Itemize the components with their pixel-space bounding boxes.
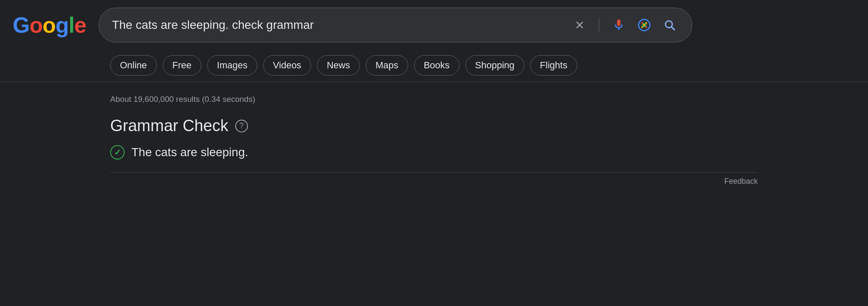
results-count: About 19,600,000 results (0.34 seconds) bbox=[110, 95, 758, 104]
feedback-link[interactable]: Feedback bbox=[724, 177, 758, 186]
logo-letter-g1: G bbox=[13, 13, 29, 37]
close-icon: ✕ bbox=[575, 18, 584, 32]
logo-letter-o2: o bbox=[42, 13, 56, 37]
help-icon[interactable]: ? bbox=[235, 120, 248, 132]
filter-chip-online[interactable]: Online bbox=[110, 55, 157, 76]
checkmark-icon: ✓ bbox=[114, 147, 121, 157]
check-circle-icon: ✓ bbox=[110, 145, 125, 160]
logo-letter-l: l bbox=[69, 13, 74, 37]
search-icon bbox=[663, 19, 676, 31]
filter-chip-news[interactable]: News bbox=[317, 55, 360, 76]
voice-search-button[interactable] bbox=[609, 16, 628, 34]
filter-chip-books[interactable]: Books bbox=[414, 55, 459, 76]
search-input[interactable]: The cats are sleeping. check grammar bbox=[112, 18, 563, 32]
search-button[interactable] bbox=[660, 16, 679, 34]
filter-chip-flights[interactable]: Flights bbox=[530, 55, 577, 76]
lens-icon bbox=[637, 18, 651, 32]
results-area: About 19,600,000 results (0.34 seconds) … bbox=[0, 82, 868, 194]
grammar-check-title: Grammar Check ? bbox=[110, 117, 758, 135]
google-logo: Google bbox=[13, 12, 86, 38]
search-bar[interactable]: The cats are sleeping. check grammar ✕ bbox=[99, 8, 692, 42]
svg-line-3 bbox=[672, 27, 675, 30]
grammar-result: ✓ The cats are sleeping. bbox=[110, 145, 758, 160]
clear-button[interactable]: ✕ bbox=[570, 16, 589, 34]
feedback-row: Feedback bbox=[110, 177, 758, 186]
filter-chip-maps[interactable]: Maps bbox=[366, 55, 408, 76]
image-search-button[interactable] bbox=[635, 16, 654, 34]
search-divider bbox=[599, 17, 599, 33]
filter-chip-videos[interactable]: Videos bbox=[263, 55, 311, 76]
help-icon-label: ? bbox=[239, 121, 244, 130]
filter-chip-free[interactable]: Free bbox=[163, 55, 201, 76]
filter-area: Online Free Images Videos News Maps Book… bbox=[0, 50, 868, 82]
logo-letter-e: e bbox=[74, 13, 86, 37]
filter-chip-shopping[interactable]: Shopping bbox=[465, 55, 524, 76]
grammar-result-text: The cats are sleeping. bbox=[131, 146, 248, 159]
header: Google The cats are sleeping. check gram… bbox=[0, 0, 868, 50]
logo-letter-o1: o bbox=[29, 13, 42, 37]
grammar-check-label: Grammar Check bbox=[110, 117, 228, 135]
logo-letter-g2: g bbox=[56, 13, 69, 37]
mic-icon bbox=[612, 18, 626, 32]
bottom-divider bbox=[110, 172, 758, 173]
svg-rect-0 bbox=[618, 21, 619, 25]
filter-chip-images[interactable]: Images bbox=[207, 55, 257, 76]
search-bar-wrapper: The cats are sleeping. check grammar ✕ bbox=[99, 8, 692, 42]
